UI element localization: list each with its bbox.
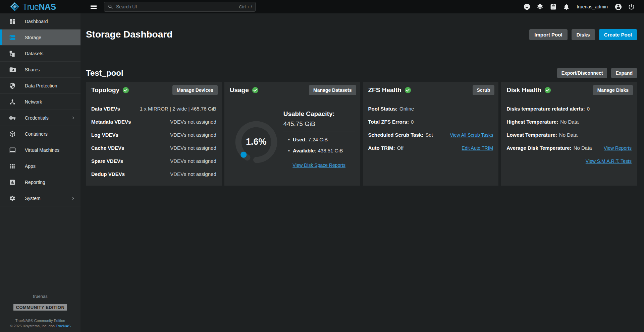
lowest-temp-row: Lowest Temperature:No Data: [506, 128, 632, 141]
available-row: Available: 438.51 GiB: [288, 148, 355, 153]
datasets-tree-icon: [9, 50, 16, 57]
sidebar-item-credentials[interactable]: Credentials: [0, 110, 80, 126]
search-icon: [108, 4, 113, 10]
sidebar-item-label: Virtual Machines: [25, 147, 59, 153]
cube-icon: [9, 130, 16, 138]
hostname: truenas: [0, 294, 80, 299]
truenas-logo[interactable]: TrueNAS: [0, 2, 80, 12]
sidebar: Dashboard Storage Datasets Shares Data P…: [0, 13, 80, 332]
manage-disks-button[interactable]: Manage Disks: [593, 85, 633, 95]
usage-percent: 1.6%: [235, 121, 278, 163]
notifications-bell-icon[interactable]: [562, 3, 570, 11]
top-bar: TrueNAS Ctrl + / truenas_admin: [0, 0, 644, 13]
topology-row: Spare VDEVsVDEVs not assigned: [91, 154, 216, 168]
sidebar-item-label: Storage: [25, 35, 41, 40]
search-input[interactable]: [116, 4, 239, 9]
zfs-health-card-title: ZFS Health: [368, 86, 401, 94]
sidebar-item-label: Apps: [25, 163, 36, 169]
pool-status-row: Pool Status:Online: [368, 102, 493, 115]
truenas-logo-icon: [10, 2, 19, 11]
scrub-button[interactable]: Scrub: [473, 85, 495, 95]
page-header: Storage Dashboard Import Pool Disks Crea…: [80, 13, 644, 47]
sidebar-item-containers[interactable]: Containers: [0, 126, 80, 142]
menu-toggle-icon[interactable]: [89, 2, 98, 11]
topology-card-title: Topology: [91, 86, 119, 94]
storage-icon: [9, 34, 16, 41]
topology-row: Cache VDEVsVDEVs not assigned: [91, 141, 216, 154]
tasks-clipboard-icon[interactable]: [549, 3, 557, 11]
sidebar-item-datasets[interactable]: Datasets: [0, 46, 80, 62]
usage-card-title: Usage: [230, 86, 249, 94]
laptop-icon: [9, 146, 16, 154]
pool-name: Test_pool: [86, 68, 123, 78]
gear-icon: [9, 195, 16, 202]
sidebar-item-label: Reporting: [25, 180, 45, 185]
edition-badge: COMMUNITY EDITION: [13, 304, 67, 311]
view-smart-tests-link[interactable]: View S.M.A.R.T. Tests: [586, 158, 632, 164]
usable-capacity-label: Usable Capacity:: [283, 110, 355, 118]
auto-trim-row: Auto TRIM:OffEdit Auto TRIM: [368, 141, 493, 154]
temp-alerts-row: Disks temperature related alerts:0: [506, 102, 632, 115]
success-check-icon: [405, 87, 411, 93]
network-hub-icon: [9, 98, 16, 106]
sidebar-item-label: Network: [25, 99, 42, 105]
sidebar-item-virtual-machines[interactable]: Virtual Machines: [0, 142, 80, 158]
divider: [283, 132, 355, 132]
export-disconnect-button[interactable]: Export/Disconnect: [557, 68, 607, 78]
search-shortcut-hint: Ctrl + /: [239, 4, 252, 9]
jobs-layers-icon[interactable]: [536, 3, 544, 11]
sidebar-item-data-protection[interactable]: Data Protection: [0, 78, 80, 94]
shield-icon: [9, 82, 16, 89]
success-check-icon: [122, 87, 129, 93]
sidebar-item-dashboard[interactable]: Dashboard: [0, 13, 80, 29]
sidebar-item-label: Datasets: [25, 51, 43, 56]
success-check-icon: [252, 87, 259, 93]
expand-button[interactable]: Expand: [611, 68, 637, 78]
sidebar-item-network[interactable]: Network: [0, 94, 80, 110]
topology-card: Topology Manage Devices Data VDEVs1 x MI…: [86, 82, 222, 186]
feedback-smiley-icon[interactable]: [523, 3, 531, 11]
usable-capacity-value: 445.75 GiB: [283, 120, 355, 128]
zfs-errors-row: Total ZFS Errors:0: [368, 115, 493, 128]
sidebar-item-label: Data Protection: [25, 83, 57, 88]
product-name: TrueNAS® Community Edition: [0, 318, 80, 323]
sidebar-item-system[interactable]: System: [0, 190, 80, 206]
sidebar-footer: truenas COMMUNITY EDITION TrueNAS® Commu…: [0, 294, 80, 332]
view-reports-link[interactable]: View Reports: [604, 145, 632, 151]
bar-chart-icon: [9, 179, 16, 186]
page-title: Storage Dashboard: [86, 29, 172, 40]
disk-health-card-title: Disk Health: [506, 86, 541, 94]
sidebar-item-shares[interactable]: Shares: [0, 62, 80, 78]
sidebar-item-storage[interactable]: Storage: [0, 29, 80, 46]
import-pool-button[interactable]: Import Pool: [529, 29, 567, 40]
manage-devices-button[interactable]: Manage Devices: [172, 85, 218, 95]
success-check-icon: [544, 87, 551, 93]
account-icon[interactable]: [614, 3, 622, 11]
truenas-logo-text: TrueNAS: [22, 2, 56, 12]
topology-row: Dedup VDEVsVDEVs not assigned: [91, 168, 216, 181]
disk-health-card: Disk Health Manage Disks Disks temperatu…: [501, 82, 637, 186]
scrub-task-row: Scheduled Scrub Task:SetView All Scrub T…: [368, 128, 493, 141]
truenas-link[interactable]: TrueNAS: [56, 324, 71, 328]
global-search[interactable]: Ctrl + /: [104, 2, 256, 12]
power-icon[interactable]: [627, 3, 635, 11]
sidebar-item-label: Dashboard: [25, 19, 48, 24]
view-all-scrub-tasks-link[interactable]: View All Scrub Tasks: [450, 132, 493, 138]
sidebar-item-label: Credentials: [25, 115, 49, 121]
edit-auto-trim-link[interactable]: Edit Auto TRIM: [462, 145, 493, 151]
average-temp-row: Average Disk Temperature:No DataView Rep…: [506, 141, 632, 154]
disks-button[interactable]: Disks: [572, 29, 595, 40]
apps-grid-icon: [9, 162, 16, 170]
view-disk-space-reports-link[interactable]: View Disk Space Reports: [292, 162, 345, 168]
create-pool-button[interactable]: Create Pool: [599, 29, 637, 40]
zfs-health-card: ZFS Health Scrub Pool Status:Online Tota…: [363, 82, 499, 186]
manage-datasets-button[interactable]: Manage Datasets: [309, 85, 356, 95]
logged-in-username: truenas_admin: [577, 4, 608, 9]
sidebar-item-label: System: [25, 196, 41, 201]
chevron-right-icon: [70, 196, 76, 201]
sidebar-item-apps[interactable]: Apps: [0, 158, 80, 174]
topology-row: Data VDEVs1 x MIRROR | 2 wide | 465.76 G…: [91, 102, 216, 115]
sidebar-item-reporting[interactable]: Reporting: [0, 174, 80, 190]
shared-folder-icon: [9, 66, 16, 73]
copyright: © 2025 iXsystems, Inc. dba TrueNAS: [0, 323, 80, 329]
